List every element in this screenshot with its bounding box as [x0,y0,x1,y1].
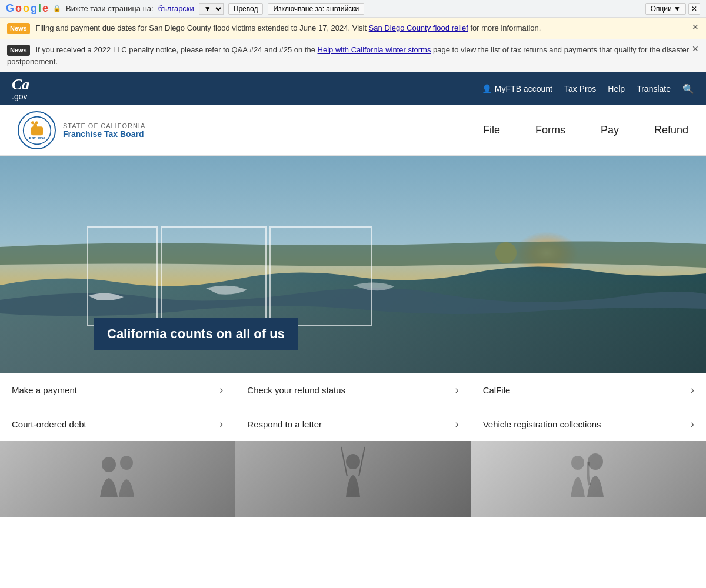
chevron-icon-2: › [691,384,694,396]
quick-link-court-debt[interactable]: Court-ordered debt › [0,407,235,441]
news-banner-2: News If you received a 2022 LLC penalty … [0,39,706,72]
view-page-text: Вижте тази страница на: [66,4,154,13]
ca-gov-logo: Ca.gov [12,77,29,101]
svg-point-7 [394,185,606,326]
chevron-icon-1: › [455,384,459,396]
myftp-account-link[interactable]: 👤 MyFTB account [482,84,552,93]
chevron-icon-0: › [219,384,223,396]
svg-text:EST. 1950: EST. 1950 [29,136,45,140]
svg-point-4 [35,121,38,124]
google-logo: Google [6,2,48,15]
chevron-icon-3: › [219,418,223,430]
language-link[interactable]: български [158,4,194,13]
quick-links-grid: Make a payment › Check your refund statu… [0,373,706,441]
hero-box-1 [87,226,158,326]
chevron-icon-5: › [691,418,694,430]
nav-refund[interactable]: Refund [654,124,688,136]
people-silhouette-1 [82,444,153,514]
person-icon: 👤 [482,84,492,93]
news-text-1b: for more information. [470,24,541,32]
ftb-name-label: Franchise Tax Board [63,129,145,139]
svg-point-3 [31,121,34,124]
options-container: Опции ▼ ✕ [645,3,700,15]
translate-link[interactable]: Translate [637,84,671,93]
news-tag-1: News [7,23,30,34]
svg-rect-1 [31,126,43,135]
quick-link-calfile[interactable]: CalFile › [471,373,706,407]
translate-bar: Google 🔒 Вижте тази страница на: българс… [0,0,706,18]
quick-link-refund[interactable]: Check your refund status › [235,373,470,407]
lock-icon: 🔒 [53,5,61,12]
svg-point-15 [571,456,584,470]
nav-file[interactable]: File [483,124,500,136]
hero-section: California counts on all of us [0,156,706,373]
svg-rect-2 [33,123,37,128]
bottom-image-3 [471,441,706,517]
news-close-1[interactable]: ✕ [692,22,699,32]
bottom-image-2 [235,441,471,517]
ftb-logo-svg: EST. 1950 [22,116,52,145]
news-link-2[interactable]: Help with California winter storms [318,45,431,54]
people-silhouette-3 [553,444,624,514]
language-select[interactable]: ▼ [199,3,224,15]
quick-link-letter[interactable]: Respond to a letter › [235,407,470,441]
hero-box-2 [161,226,267,326]
chevron-icon-4: › [455,418,459,430]
ftb-state-label: STATE OF CALIFORNIA [63,122,145,129]
svg-point-16 [588,453,603,470]
quick-links-section: Make a payment › Check your refund statu… [0,373,706,441]
hero-box-3 [269,226,372,326]
tax-pros-link[interactable]: Tax Pros [564,84,596,93]
svg-point-12 [346,454,360,469]
nav-forms[interactable]: Forms [535,124,565,136]
nav-pay[interactable]: Pay [601,124,619,136]
ftb-logo-text: STATE OF CALIFORNIA Franchise Tax Board [63,122,145,139]
news-tag-2: News [7,45,30,56]
news-text-1: Filing and payment due dates for San Die… [35,24,368,32]
options-button[interactable]: Опции ▼ [645,3,686,15]
quick-link-vehicle[interactable]: Vehicle registration collections › [471,407,706,441]
hero-headline: California counts on all of us [94,318,298,350]
search-icon[interactable]: 🔍 [682,83,694,95]
ftb-main-nav: File Forms Pay Refund [483,124,688,136]
help-link[interactable]: Help [608,84,625,93]
ftb-logo-circle: EST. 1950 [18,111,56,149]
svg-point-11 [120,456,133,470]
svg-point-10 [102,457,116,472]
ftb-logo-link[interactable]: EST. 1950 STATE OF CALIFORNIA Franchise … [18,111,145,149]
quick-link-payment[interactable]: Make a payment › [0,373,235,407]
translate-close-button[interactable]: ✕ [688,3,700,15]
ftb-header: EST. 1950 STATE OF CALIFORNIA Franchise … [0,105,706,156]
news-link-1[interactable]: San Diego County flood relief [369,24,468,32]
people-silhouette-2 [318,444,388,514]
news-text-2: If you received a 2022 LLC penalty notic… [35,45,317,54]
svg-point-8 [495,242,517,263]
bottom-image-strip [0,441,706,517]
hero-boxes [87,226,372,326]
news-banner-1: News Filing and payment due dates for Sa… [0,18,706,39]
bottom-image-1 [0,441,235,517]
translate-button[interactable]: Превод [228,3,264,15]
ca-gov-nav: Ca.gov 👤 MyFTB account Tax Pros Help Tra… [0,72,706,105]
news-close-2[interactable]: ✕ [692,44,699,54]
disable-button[interactable]: Изключване за: английски [268,3,364,15]
